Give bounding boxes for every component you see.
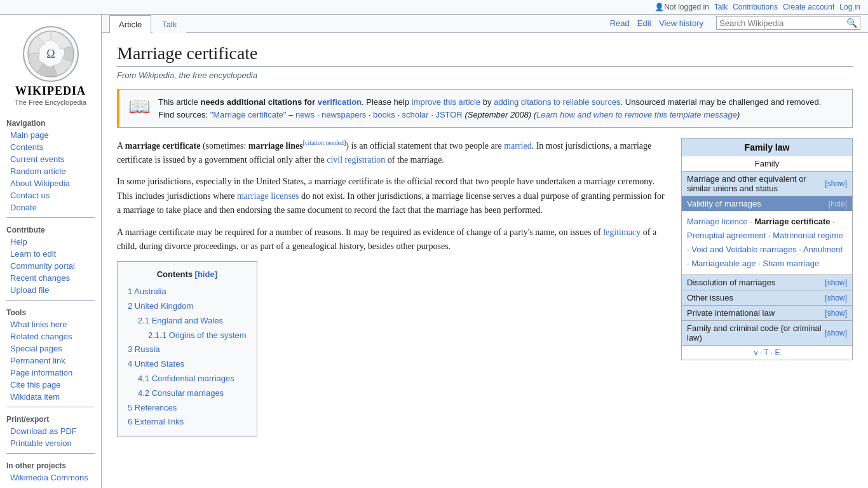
sidebar-item-upload-file[interactable]: Upload file — [0, 284, 101, 296]
article-subtitle: From Wikipedia, the free encyclopedia — [117, 71, 853, 80]
infobox-row6-show[interactable]: [show] — [825, 329, 847, 337]
news-link[interactable]: news — [295, 110, 315, 119]
source-marriage-cert-link[interactable]: "Marriage certificate" — [210, 110, 287, 119]
view-history-tab[interactable]: View history — [659, 18, 703, 28]
infobox-row6-header: Family and criminal code (or criminal la… — [682, 321, 852, 345]
search-input[interactable] — [719, 18, 846, 28]
log-in-link[interactable]: Log in — [839, 3, 860, 11]
learn-remove-link[interactable]: Learn how and when to remove this templa… — [536, 110, 737, 119]
infobox-row-2: Validity of marriages [hide] Marriage li… — [682, 196, 852, 275]
infobox-row3-label: Dissolution of marriages — [687, 278, 775, 287]
infobox-row4-show[interactable]: [show] — [825, 294, 847, 302]
contents-item-us: 4 United States 4.1 Confidential marriag… — [128, 358, 247, 400]
edit-tab[interactable]: Edit — [637, 18, 651, 28]
para3: A marriage certificate may be required f… — [117, 226, 668, 254]
annulment-link[interactable]: Annulment — [803, 245, 843, 254]
marriage-cert-bold: Marriage certificate — [754, 217, 830, 226]
void-voidable-link[interactable]: Void and Voidable marriages — [691, 245, 797, 254]
sidebar-item-community-portal[interactable]: Community portal — [0, 260, 101, 272]
newspapers-link[interactable]: newspapers — [322, 110, 366, 119]
jstor-link[interactable]: JSTOR — [435, 110, 462, 119]
citation-needed-link[interactable]: citation needed — [305, 139, 344, 146]
infobox-row-3: Dissolution of marriages [show] — [682, 275, 852, 290]
sidebar-divider-1 — [6, 217, 95, 218]
married-link[interactable]: married — [504, 141, 532, 151]
sidebar-item-wikidata-item[interactable]: Wikidata item — [0, 391, 101, 403]
sidebar-item-help[interactable]: Help — [0, 236, 101, 248]
sidebar-item-learn-to-edit[interactable]: Learn to edit — [0, 248, 101, 260]
sidebar-item-wikimedia-commons[interactable]: Wikimedia Commons — [0, 471, 101, 484]
find-sources-text: Find sources: "Marriage certificate" – n… — [158, 110, 740, 119]
infobox-row1-show[interactable]: [show] — [825, 179, 847, 188]
talk-link[interactable]: Talk — [714, 3, 728, 11]
contents-box: Contents [hide] 1 Australia 2 United Kin… — [117, 261, 257, 437]
sham-marriage-link[interactable]: Sham marriage — [763, 259, 819, 268]
tab-bar: Article Talk Read Edit View history 🔍 — [102, 15, 868, 33]
sidebar-item-page-information[interactable]: Page information — [0, 367, 101, 379]
infobox-row-6: Family and criminal code (or criminal la… — [682, 321, 852, 346]
infobox-row-4: Other issues [show] — [682, 290, 852, 306]
sidebar-item-printable-version[interactable]: Printable version — [0, 437, 101, 449]
infobox-row3-header: Dissolution of marriages [show] — [682, 275, 852, 290]
contributions-link[interactable]: Contributions — [733, 3, 778, 11]
site-title: Wikipedia — [15, 85, 86, 98]
sidebar-item-donate[interactable]: Donate — [0, 201, 101, 214]
marriageable-age-link[interactable]: Marriageable age — [691, 259, 756, 268]
not-logged-in-text: Not logged in — [664, 3, 709, 11]
prenuptial-agreement-link[interactable]: Prenuptial agreement — [687, 231, 766, 240]
infobox-row3-show[interactable]: [show] — [825, 278, 847, 287]
marriage-certificate-bold: marriage certificate — [125, 141, 201, 151]
sidebar-item-main-page[interactable]: Main page — [0, 129, 101, 141]
sidebar-item-random-article[interactable]: Random article — [0, 165, 101, 177]
search-button[interactable]: 🔍 — [846, 18, 857, 28]
svg-text:Ω: Ω — [46, 48, 55, 60]
infobox-e-link[interactable]: E — [775, 348, 780, 357]
para1: A marriage certificate (sometimes: marri… — [117, 138, 668, 167]
tab-article[interactable]: Article — [109, 15, 151, 33]
logo-area: Ω Wikipedia The Free Encyclopedia — [0, 20, 101, 115]
hide-contents-link[interactable]: [hide] — [195, 269, 217, 279]
sidebar-item-current-events[interactable]: Current events — [0, 153, 101, 165]
sidebar-item-permanent-link[interactable]: Permanent link — [0, 355, 101, 367]
create-account-link[interactable]: Create account — [783, 3, 834, 11]
sidebar-item-recent-changes[interactable]: Recent changes — [0, 272, 101, 284]
read-tab[interactable]: Read — [610, 18, 630, 28]
infobox-row1-label: Marriage and other equivalent or similar… — [687, 174, 825, 193]
citation-needed-sup: [citation needed] — [303, 139, 346, 146]
sidebar-item-related-changes[interactable]: Related changes — [0, 330, 101, 342]
tab-talk[interactable]: Talk — [153, 15, 186, 33]
article-text: A marriage certificate (sometimes: marri… — [117, 138, 668, 446]
marriage-licence-link[interactable]: Marriage licence — [687, 217, 747, 226]
article-body: A marriage certificate (sometimes: marri… — [117, 138, 853, 446]
matrimonial-regime-link[interactable]: Matrimonial regime — [773, 231, 843, 240]
infobox-row5-show[interactable]: [show] — [825, 309, 847, 318]
sidebar-divider-4 — [6, 453, 95, 454]
sidebar-item-cite-this-page[interactable]: Cite this page — [0, 379, 101, 391]
infobox-row2-hide[interactable]: [hide] — [829, 200, 847, 208]
sidebar-item-about-wikipedia[interactable]: About Wikipedia — [0, 177, 101, 189]
sidebar-item-contact-us[interactable]: Contact us — [0, 189, 101, 201]
main-content: Marriage certificate From Wikipedia, the… — [102, 33, 868, 488]
adding-citations-link[interactable]: adding citations to reliable sources — [494, 97, 620, 107]
books-link[interactable]: books — [373, 110, 395, 119]
marriage-licenses-link[interactable]: marriage licenses — [237, 191, 299, 201]
infobox-row-5: Private international law [show] — [682, 306, 852, 321]
infobox-row4-header: Other issues [show] — [682, 290, 852, 305]
sidebar-item-contents[interactable]: Contents — [0, 141, 101, 153]
wikipedia-logo: Ω — [23, 26, 79, 82]
improve-article-link[interactable]: improve this article — [412, 97, 480, 107]
site-subtitle: The Free Encyclopedia — [15, 98, 86, 106]
contents-title: Contents [hide] — [128, 268, 247, 281]
sidebar-item-special-pages[interactable]: Special pages — [0, 342, 101, 355]
verification-link[interactable]: verification — [318, 97, 362, 107]
print-section-title: Print/export — [0, 411, 101, 425]
civil-registration-link[interactable]: civil registration — [327, 155, 385, 165]
legitimacy-link[interactable]: legitimacy — [603, 227, 641, 237]
infobox-v-link[interactable]: v — [754, 348, 758, 357]
outer-layout: Ω Wikipedia The Free Encyclopedia Naviga… — [0, 15, 868, 488]
contents-item-confidential: 4.1 Confidential marriages — [138, 372, 247, 386]
scholar-link[interactable]: scholar — [402, 110, 429, 119]
sidebar-item-download-pdf[interactable]: Download as PDF — [0, 425, 101, 437]
sidebar-item-what-links-here[interactable]: What links here — [0, 318, 101, 330]
infobox-t-link[interactable]: T — [764, 348, 768, 357]
